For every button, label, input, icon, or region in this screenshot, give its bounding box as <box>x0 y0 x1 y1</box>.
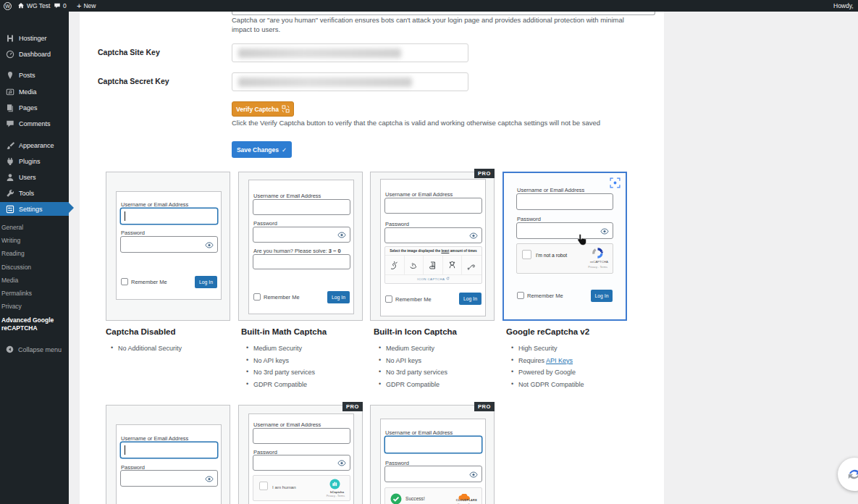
features-recaptcha-v2: High Security Requires API Keys Powered … <box>509 345 584 392</box>
option-title-icon-captcha: Built-in Icon Captcha <box>374 327 457 336</box>
save-changes-button[interactable]: Save Changes ✓ <box>232 141 292 158</box>
preview-password-input <box>384 466 482 482</box>
sidebar-item-comments[interactable]: Comments <box>0 117 69 130</box>
features-icon-captcha: Medium Security No API keys No 3rd party… <box>377 345 447 392</box>
recaptcha-terms: Privacy - Terms <box>588 265 607 269</box>
eye-icon <box>337 228 346 241</box>
icon-captcha-footer: ICON CAPTCHA <box>385 277 481 281</box>
admin-bar-comments[interactable]: 0 <box>54 0 67 12</box>
api-keys-link[interactable]: API Keys <box>546 357 573 364</box>
sidebar-item-pages[interactable]: Pages <box>0 101 69 114</box>
eye-icon <box>469 468 478 481</box>
submenu-writing[interactable]: Writing <box>0 237 69 245</box>
secret-key-input[interactable] <box>232 72 468 91</box>
howdy-label: Howdy, <box>833 2 854 9</box>
assistant-floating-button[interactable] <box>838 458 858 491</box>
secret-key-redacted-value <box>238 77 412 87</box>
site-key-redacted-value <box>238 49 401 58</box>
submenu-media[interactable]: Media <box>0 277 69 285</box>
sidebar-item-appearance[interactable]: Appearance <box>0 138 69 152</box>
sidebar-item-hostinger[interactable]: Hostinger <box>0 31 69 45</box>
secret-key-label: Captcha Secret Key <box>98 77 169 85</box>
comments-icon <box>6 119 14 128</box>
option-title-recaptcha-v2: Google reCaptcha v2 <box>506 327 589 336</box>
success-check-icon <box>390 493 402 504</box>
site-key-input[interactable] <box>232 43 468 62</box>
recaptcha-widget: I'm not a robot reCAPTCHA Privacy - Term… <box>516 243 613 274</box>
submenu-advanced-google-recaptcha[interactable]: Advanced Google reCAPTCHA <box>0 316 67 332</box>
option-card-turnstile[interactable]: PRO Username or Email Address Password S… <box>370 405 495 504</box>
option-card-icon-captcha[interactable]: PRO Username or Email Address Password S… <box>370 172 495 321</box>
preview-remember-checkbox <box>385 295 392 303</box>
option-card-math-captcha[interactable]: Username or Email Address Password Are y… <box>238 172 363 321</box>
eye-icon <box>205 472 214 485</box>
preview-remember-checkbox <box>253 293 261 301</box>
media-icon <box>6 88 14 96</box>
preview-password-input <box>384 227 482 243</box>
pro-badge: PRO <box>474 169 495 178</box>
home-icon <box>17 2 25 9</box>
preview-username-input <box>384 198 482 214</box>
sidebar-item-plugins[interactable]: Plugins <box>0 154 69 168</box>
captcha-doodle-icon-3 <box>424 256 443 274</box>
sidebar-item-posts[interactable]: Posts <box>0 68 69 82</box>
sidebar-item-dashboard[interactable]: Dashboard <box>0 47 69 61</box>
option-card-row2-disabled[interactable]: Username or Email Address Password <box>106 405 230 504</box>
wordpress-logo-icon[interactable]: W <box>4 0 12 12</box>
option-card-captcha-disabled[interactable]: Username or Email Address Password Remem… <box>106 172 230 321</box>
captcha-doodle-icon-4 <box>443 256 463 274</box>
preview-login-button: Log In <box>459 293 481 305</box>
sidebar-item-tools[interactable]: Tools <box>0 186 69 200</box>
eye-icon <box>600 224 609 238</box>
appearance-brush-icon <box>6 141 14 150</box>
icon-captcha-widget: Select the image displayed the least amo… <box>384 246 482 284</box>
sidebar-item-settings[interactable]: Settings <box>0 202 69 216</box>
admin-bar-site-link[interactable]: WG Test <box>17 0 50 12</box>
mouse-cursor-hand <box>576 233 587 250</box>
submenu-reading[interactable]: Reading <box>0 250 69 258</box>
captcha-verify-icon <box>282 105 290 113</box>
preview-password-input <box>253 455 350 471</box>
eye-icon <box>337 456 346 469</box>
submenu-general[interactable]: General <box>0 224 69 232</box>
plugins-icon <box>6 157 14 166</box>
eye-icon <box>469 229 478 242</box>
eye-icon <box>205 238 214 251</box>
preview-password-input <box>253 227 350 243</box>
new-label: New <box>83 2 96 9</box>
submenu-privacy[interactable]: Privacy <box>0 303 69 311</box>
recaptcha-brand: reCAPTCHA <box>590 260 608 264</box>
preview-login-button: Log In <box>195 276 217 288</box>
pages-icon <box>6 104 14 112</box>
sidebar-item-media[interactable]: Media <box>0 85 69 98</box>
features-captcha-disabled: No Additional Security <box>109 345 182 357</box>
verify-captcha-button[interactable]: Verify Captcha <box>232 101 294 117</box>
preview-password-label: Password <box>121 230 145 236</box>
option-card-hcaptcha[interactable]: PRO Username or Email Address Password I… <box>238 405 363 504</box>
plus-icon: + <box>77 3 81 9</box>
admin-bar-howdy[interactable]: Howdy, <box>833 0 854 12</box>
preview-remember-checkbox <box>517 292 524 299</box>
option-card-google-recaptcha-v2[interactable]: Username or Email Address Password I'm n… <box>502 172 627 321</box>
check-icon: ✓ <box>282 146 287 154</box>
selected-option-icon <box>610 177 621 191</box>
submenu-permalinks[interactable]: Permalinks <box>0 290 69 298</box>
preview-username-label: Username or Email Address <box>121 201 188 208</box>
captcha-doodle-icon-2 <box>405 256 424 274</box>
admin-bar-new[interactable]: + New <box>77 0 96 12</box>
admin-sidebar: Hostinger Dashboard Posts Media Pages Co… <box>0 12 69 504</box>
dashboard-icon <box>6 50 14 59</box>
collapse-menu-button[interactable]: Collapse menu <box>0 343 69 356</box>
submenu-discussion[interactable]: Discussion <box>0 264 69 272</box>
recaptcha-label: I'm not a robot <box>536 253 567 258</box>
assistant-swirl-icon <box>845 465 858 484</box>
hcaptcha-terms: Privacy - Terms <box>327 495 345 497</box>
icon-captcha-row <box>385 255 481 275</box>
hostinger-icon <box>6 34 14 43</box>
preview-username-input <box>253 199 350 215</box>
icon-captcha-header: Select the image displayed the least amo… <box>385 249 481 253</box>
preview-password-input <box>120 236 218 253</box>
sidebar-item-users[interactable]: Users <box>0 170 69 184</box>
hcaptcha-checkbox <box>259 482 268 490</box>
pro-badge: PRO <box>474 402 495 411</box>
